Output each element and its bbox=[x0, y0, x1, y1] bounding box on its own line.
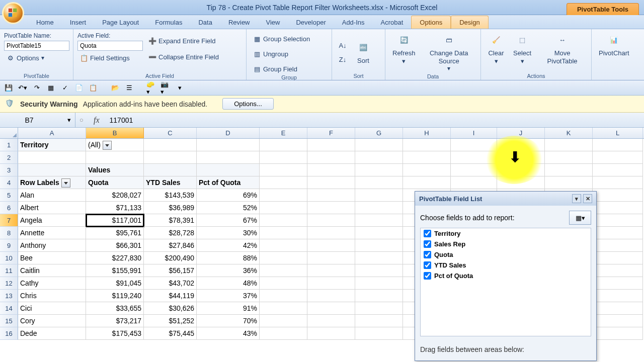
qat-5[interactable]: 📂 bbox=[110, 82, 121, 94]
field-list-layout-button[interactable]: ▦▾ bbox=[569, 211, 591, 225]
select-button[interactable]: ⬚Select▾ bbox=[510, 31, 534, 66]
cell[interactable] bbox=[307, 164, 355, 176]
field-list-menu-button[interactable]: ▾ bbox=[572, 194, 581, 203]
col-H[interactable]: H bbox=[403, 128, 451, 138]
cell[interactable] bbox=[593, 202, 643, 214]
cell[interactable] bbox=[260, 252, 307, 264]
qat-more[interactable]: ▾ bbox=[174, 82, 185, 94]
cell[interactable]: Territory bbox=[18, 139, 86, 151]
cell[interactable] bbox=[86, 151, 144, 164]
field-list-item[interactable]: Territory bbox=[421, 228, 591, 239]
undo-button[interactable]: ↶▾ bbox=[17, 82, 28, 94]
cell[interactable] bbox=[144, 164, 197, 176]
cell[interactable] bbox=[355, 202, 403, 214]
qat-2[interactable]: ✓ bbox=[59, 82, 70, 94]
qat-8[interactable]: 📷▾ bbox=[160, 82, 171, 94]
name-box[interactable]: ▾ bbox=[0, 113, 75, 127]
cell[interactable] bbox=[593, 164, 643, 176]
cell[interactable]: $208,027 bbox=[86, 189, 144, 202]
cell[interactable]: $155,991 bbox=[86, 264, 144, 277]
tab-developer[interactable]: Developer bbox=[288, 16, 334, 29]
cell[interactable]: 30% bbox=[197, 227, 260, 239]
cell[interactable] bbox=[260, 315, 307, 327]
pivottable-name-input[interactable] bbox=[4, 41, 69, 51]
cell[interactable]: Cory bbox=[18, 315, 86, 327]
sort-desc-button[interactable]: Z↓ bbox=[336, 54, 349, 65]
cell[interactable]: Alan bbox=[18, 189, 86, 202]
tab-view[interactable]: View bbox=[258, 16, 288, 29]
row-header[interactable]: 9 bbox=[0, 239, 18, 252]
cell[interactable] bbox=[451, 139, 497, 151]
cell[interactable] bbox=[355, 227, 403, 239]
cell[interactable]: Cathy bbox=[18, 277, 86, 290]
row-header[interactable]: 11 bbox=[0, 264, 18, 277]
cell[interactable] bbox=[355, 176, 403, 189]
ungroup-button[interactable]: ▥Ungroup bbox=[251, 48, 312, 59]
cell[interactable] bbox=[355, 151, 403, 164]
pivottable-field-list[interactable]: PivotTable Field List ▾ ✕ Choose fields … bbox=[415, 191, 597, 361]
cell[interactable]: $200,490 bbox=[144, 252, 197, 264]
cell[interactable]: $91,045 bbox=[86, 277, 144, 290]
row-header[interactable]: 14 bbox=[0, 302, 18, 315]
cell[interactable] bbox=[197, 139, 260, 151]
cell[interactable] bbox=[355, 139, 403, 151]
cell[interactable]: Dede bbox=[18, 327, 86, 340]
cell[interactable] bbox=[355, 290, 403, 302]
row-header[interactable]: 8 bbox=[0, 227, 18, 239]
cell[interactable] bbox=[307, 214, 355, 227]
cell[interactable] bbox=[355, 239, 403, 252]
sort-asc-button[interactable]: A↓ bbox=[336, 40, 349, 51]
cell[interactable]: $78,391 bbox=[144, 214, 197, 227]
security-options-button[interactable]: Options... bbox=[222, 98, 274, 110]
cell[interactable] bbox=[355, 189, 403, 202]
cell[interactable]: YTD Sales bbox=[144, 176, 197, 189]
row-header[interactable]: 3 bbox=[0, 164, 18, 176]
expand-field-button[interactable]: ➕Expand Entire Field bbox=[146, 35, 221, 46]
cell[interactable] bbox=[497, 176, 545, 189]
cell[interactable] bbox=[545, 176, 593, 189]
save-button[interactable]: 💾 bbox=[3, 82, 14, 94]
cell[interactable]: Annette bbox=[18, 227, 86, 239]
refresh-button[interactable]: 🔄Refresh▾ bbox=[389, 31, 419, 66]
field-checkbox[interactable] bbox=[424, 240, 431, 248]
cell[interactable]: 70% bbox=[197, 315, 260, 327]
col-L[interactable]: L bbox=[593, 128, 643, 138]
tab-page-layout[interactable]: Page Layout bbox=[94, 16, 147, 29]
cell[interactable] bbox=[144, 151, 197, 164]
field-list-item[interactable]: Pct of Quota bbox=[421, 270, 591, 281]
col-B[interactable]: B bbox=[86, 128, 144, 138]
qat-1[interactable]: ▦ bbox=[45, 82, 56, 94]
row-header[interactable]: 6 bbox=[0, 202, 18, 214]
cell[interactable]: $143,539 bbox=[144, 189, 197, 202]
formula-value[interactable]: 117001 bbox=[106, 116, 644, 124]
cell[interactable] bbox=[593, 227, 643, 239]
cell[interactable] bbox=[307, 139, 355, 151]
cell[interactable]: Angela bbox=[18, 214, 86, 227]
cell[interactable]: $36,989 bbox=[144, 202, 197, 214]
cell[interactable] bbox=[260, 176, 307, 189]
cell[interactable]: Quota bbox=[86, 176, 144, 189]
field-checkbox[interactable] bbox=[424, 272, 431, 280]
cell[interactable] bbox=[260, 277, 307, 290]
col-C[interactable]: C bbox=[144, 128, 197, 138]
tab-acrobat[interactable]: Acrobat bbox=[373, 16, 412, 29]
col-D[interactable]: D bbox=[197, 128, 260, 138]
cell[interactable] bbox=[260, 264, 307, 277]
cell[interactable] bbox=[355, 277, 403, 290]
cell[interactable]: $117,001 bbox=[86, 214, 144, 227]
collapse-field-button[interactable]: ➖Collapse Entire Field bbox=[146, 51, 221, 62]
tab-data[interactable]: Data bbox=[190, 16, 220, 29]
cell[interactable] bbox=[260, 327, 307, 340]
cell[interactable] bbox=[307, 327, 355, 340]
cell[interactable] bbox=[197, 151, 260, 164]
col-E[interactable]: E bbox=[260, 128, 307, 138]
cell[interactable]: $175,453 bbox=[86, 327, 144, 340]
cell[interactable] bbox=[355, 315, 403, 327]
cell[interactable] bbox=[355, 252, 403, 264]
cancel-icon[interactable]: ○ bbox=[75, 114, 88, 126]
field-list-item[interactable]: YTD Sales bbox=[421, 260, 591, 270]
cell[interactable] bbox=[307, 189, 355, 202]
cell[interactable]: Pct of Quota bbox=[197, 176, 260, 189]
cell[interactable] bbox=[497, 139, 545, 151]
tab-home[interactable]: Home bbox=[28, 16, 62, 29]
